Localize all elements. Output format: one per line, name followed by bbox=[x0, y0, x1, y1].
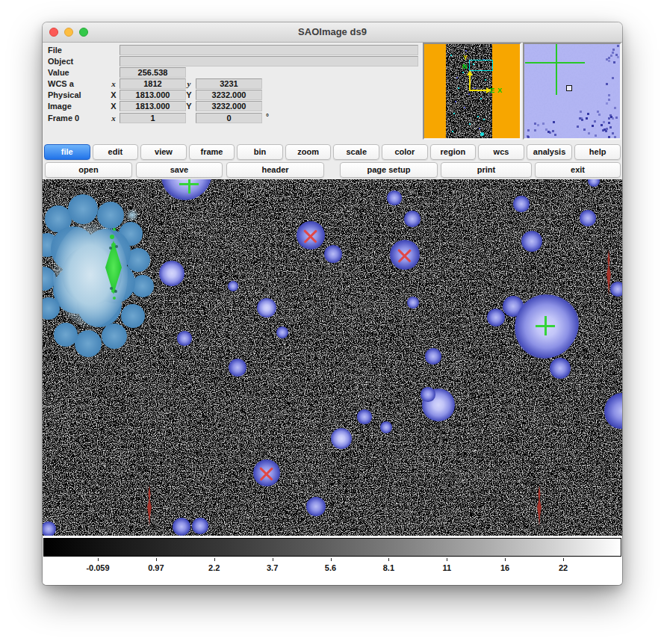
compass-y-arrowhead bbox=[467, 70, 473, 75]
info-value-field[interactable]: 3231 bbox=[196, 78, 262, 89]
menu-button-wcs[interactable]: wcs bbox=[478, 144, 524, 160]
info-value-field[interactable]: 3232.000 bbox=[196, 101, 262, 111]
panner-view-box[interactable] bbox=[469, 60, 493, 71]
menu-button-print[interactable]: print bbox=[441, 162, 532, 178]
info-label: Image bbox=[48, 102, 72, 111]
menu-button-zoom[interactable]: zoom bbox=[285, 144, 332, 160]
region-marker-x[interactable] bbox=[304, 229, 317, 242]
magnifier-dark-pixel bbox=[614, 136, 616, 138]
star bbox=[404, 211, 421, 227]
nebula-green-knot bbox=[110, 235, 114, 239]
magnifier-dark-pixel bbox=[609, 126, 612, 129]
panner[interactable]: Y N E X bbox=[423, 43, 521, 140]
magnifier-dark-pixel bbox=[614, 107, 616, 109]
info-label: Value bbox=[48, 68, 69, 77]
coord-letter-1: x bbox=[108, 79, 119, 88]
colorbar-tick bbox=[156, 558, 157, 561]
info-label: Object bbox=[48, 57, 73, 66]
magnifier-dark-pixel bbox=[592, 125, 594, 127]
menu-button-bin[interactable]: bin bbox=[237, 144, 283, 160]
info-value-field[interactable]: 3232.000 bbox=[196, 90, 262, 100]
menu-button-header[interactable]: header bbox=[226, 162, 324, 178]
panner-blue-source bbox=[465, 50, 467, 52]
magnifier-dark-pixel bbox=[608, 94, 610, 96]
colorbar-gradient[interactable] bbox=[43, 538, 621, 557]
region-marker-x[interactable] bbox=[260, 466, 273, 480]
magnifier-crosshair-v bbox=[556, 44, 557, 95]
minimize-button[interactable] bbox=[64, 28, 73, 37]
info-label: Frame 0 bbox=[48, 114, 79, 123]
magnifier-dark-pixel bbox=[608, 122, 610, 124]
info-value-field[interactable]: 0 bbox=[196, 113, 262, 123]
colorbar-tick-label: 2.2 bbox=[208, 563, 220, 572]
magnifier-dark-pixel bbox=[617, 56, 619, 58]
magnifier-dark-pixel bbox=[612, 49, 615, 51]
coord-letter-1: X bbox=[108, 102, 119, 111]
magnifier-cursor-box bbox=[566, 85, 572, 91]
magnifier-dark-pixel bbox=[606, 102, 608, 105]
region-marker-cross[interactable] bbox=[536, 316, 555, 335]
colorbar-tick-label: 22 bbox=[559, 563, 568, 572]
nebula-blob bbox=[121, 304, 145, 328]
compass-x-axis bbox=[469, 90, 487, 91]
magnifier-dark-pixel bbox=[608, 60, 610, 62]
magnifier-dark-pixel bbox=[602, 129, 604, 131]
panner-cyan-source bbox=[462, 72, 464, 73]
colorbar-tick-label: -0.059 bbox=[86, 563, 109, 572]
info-value-field[interactable]: 1812 bbox=[120, 78, 186, 89]
magnifier[interactable] bbox=[523, 43, 621, 140]
menu-button-exit[interactable]: exit bbox=[535, 162, 621, 178]
menu-button-open[interactable]: open bbox=[45, 162, 132, 178]
magnifier-dark-pixel bbox=[537, 124, 539, 126]
menu-button-analysis[interactable]: analysis bbox=[527, 144, 573, 160]
menu-bar-secondary: opensaveheaderpage setupprintexit bbox=[43, 162, 622, 178]
panner-cyan-source bbox=[453, 113, 455, 114]
nebula-light-spot bbox=[126, 209, 138, 221]
info-value-field[interactable]: 256.538 bbox=[120, 67, 186, 78]
info-value-field[interactable] bbox=[120, 45, 418, 55]
colorbar[interactable]: -0.0590.972.23.75.68.1111622 bbox=[43, 536, 622, 585]
star bbox=[173, 518, 190, 536]
magnifier-crosshair-h bbox=[525, 62, 585, 64]
menu-button-scale[interactable]: scale bbox=[333, 144, 379, 160]
zoom-button[interactable] bbox=[79, 28, 88, 37]
degree-symbol: ° bbox=[266, 113, 269, 121]
magnifier-dark-pixel bbox=[606, 83, 608, 85]
menu-button-edit[interactable]: edit bbox=[93, 144, 139, 160]
menu-button-frame[interactable]: frame bbox=[189, 144, 235, 160]
magnifier-dark-pixel bbox=[597, 111, 599, 113]
magnifier-dark-pixel bbox=[554, 134, 556, 136]
region-marker-cross[interactable] bbox=[179, 179, 199, 193]
info-value-field[interactable] bbox=[120, 56, 418, 66]
colorbar-tick bbox=[98, 558, 99, 561]
menu-button-save[interactable]: save bbox=[136, 162, 223, 178]
panner-blue-source bbox=[455, 101, 456, 102]
colorbar-tick-label: 3.7 bbox=[267, 563, 278, 572]
colorbar-tick bbox=[388, 558, 389, 561]
menu-button-file[interactable]: file bbox=[44, 144, 90, 160]
magnifier-dark-pixel bbox=[527, 135, 529, 137]
info-value-field[interactable]: 1813.000 bbox=[120, 101, 186, 111]
magnifier-dark-pixel bbox=[601, 124, 603, 126]
panner-cyan-blob bbox=[480, 132, 484, 136]
nebula-dark-fleck bbox=[110, 287, 113, 290]
region-marker-x[interactable] bbox=[398, 248, 412, 261]
panner-blue-source bbox=[456, 77, 458, 78]
panner-blue-source bbox=[479, 128, 480, 129]
panner-blue-source bbox=[468, 93, 470, 95]
magnifier-dark-pixel bbox=[594, 120, 596, 123]
close-button[interactable] bbox=[49, 28, 58, 37]
image-display[interactable] bbox=[43, 179, 622, 536]
info-value-field[interactable]: 1 bbox=[120, 113, 186, 123]
magnifier-dark-pixel bbox=[608, 99, 610, 101]
menu-button-view[interactable]: view bbox=[140, 144, 187, 160]
menu-button-help[interactable]: help bbox=[574, 144, 621, 160]
title-bar[interactable]: SAOImage ds9 bbox=[43, 22, 622, 43]
menu-button-region[interactable]: region bbox=[430, 144, 477, 160]
info-value-field[interactable]: 1813.000 bbox=[120, 90, 186, 100]
colorbar-tick-label: 11 bbox=[442, 563, 451, 572]
star bbox=[177, 331, 191, 345]
menu-button-color[interactable]: color bbox=[382, 144, 428, 160]
star bbox=[387, 191, 401, 205]
menu-button-page-setup[interactable]: page setup bbox=[340, 162, 438, 178]
